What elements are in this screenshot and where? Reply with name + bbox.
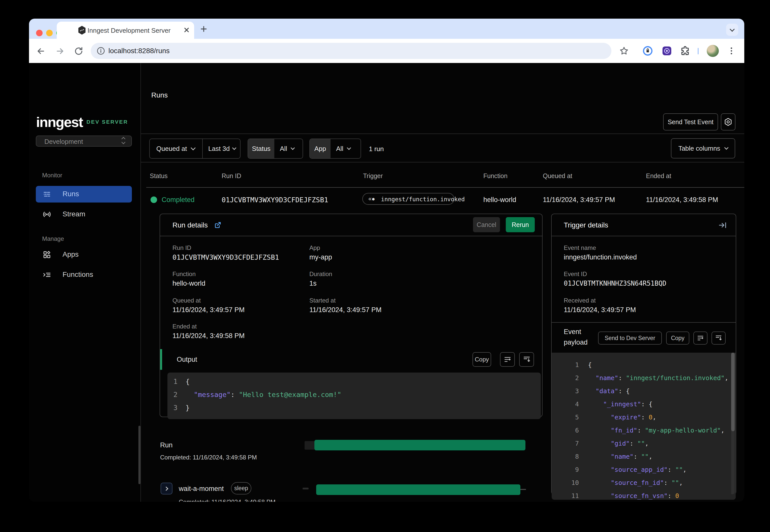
- send-to-dev-server-button[interactable]: Send to Dev Server: [598, 331, 662, 345]
- scroll-to-bottom-button[interactable]: [519, 352, 534, 367]
- back-icon[interactable]: [36, 46, 46, 56]
- step-expand-button[interactable]: [160, 483, 172, 494]
- column-header-status[interactable]: Status: [150, 172, 168, 180]
- settings-button[interactable]: [721, 113, 735, 130]
- bookmark-star-icon[interactable]: [619, 46, 629, 56]
- trigger-pill[interactable]: «● inngest/function.invoked: [362, 193, 454, 205]
- address-bar[interactable]: localhost:8288/runs: [91, 43, 612, 59]
- cancel-button[interactable]: Cancel: [473, 217, 500, 232]
- traffic-close-button[interactable]: [36, 30, 43, 36]
- received-at-value: 11/16/2024, 3:49:57 PM: [564, 306, 636, 314]
- output-code-block[interactable]: 1{2 "message": "Hello test@example.com!"…: [167, 373, 541, 419]
- new-tab-button[interactable]: [200, 25, 208, 33]
- env-badge: DEV SERVER: [86, 119, 128, 125]
- sidebar-section-manage: Manage: [42, 235, 64, 242]
- sidebar-item-label: Runs: [62, 190, 79, 198]
- status-filter-value[interactable]: All: [274, 139, 303, 158]
- event-payload-label: Event payload: [564, 326, 588, 348]
- browser-tabstrip: Inngest Development Server: [29, 19, 744, 39]
- payload-scrollbar-thumb[interactable]: [731, 353, 735, 431]
- reload-icon[interactable]: [74, 46, 83, 56]
- collapse-panel-icon[interactable]: [718, 221, 727, 230]
- scrollbar-thumb[interactable]: [138, 426, 140, 484]
- tab-close-icon[interactable]: [182, 26, 191, 34]
- row-function: hello-world: [483, 196, 516, 204]
- chevron-down-icon: [232, 146, 237, 150]
- send-test-event-button[interactable]: Send Test Event: [663, 113, 718, 130]
- code-line: 1{: [552, 358, 736, 371]
- time-field-filter[interactable]: Queued at: [150, 139, 203, 158]
- sidebar-item-runs[interactable]: Runs: [36, 186, 132, 203]
- browser-menu-kebab-icon[interactable]: [726, 46, 736, 56]
- status-dot: [150, 196, 157, 203]
- code-line: 10 "source_fn_id": "",: [552, 476, 736, 489]
- column-header-run-id[interactable]: Run ID: [222, 172, 241, 180]
- forward-icon[interactable]: [55, 46, 65, 56]
- sidebar-item-label: Apps: [62, 250, 79, 258]
- step-timeline-bar[interactable]: [316, 484, 520, 495]
- trigger-details-card: Trigger details Event name inngest/funct…: [551, 214, 736, 495]
- app-filter-group[interactable]: App All: [309, 139, 361, 159]
- profile-avatar[interactable]: [707, 45, 719, 57]
- time-range-filter[interactable]: Last 3d: [203, 139, 241, 158]
- duration-label: Duration: [309, 271, 332, 278]
- sidebar-item-apps[interactable]: Apps: [36, 246, 132, 263]
- rerun-button[interactable]: Rerun: [506, 217, 535, 232]
- column-header-function[interactable]: Function: [483, 172, 507, 180]
- code-line: 3 "data": {: [552, 384, 736, 397]
- event-invoke-icon: «●: [368, 195, 375, 202]
- code-line: 2 "message": "Hello test@example.com!": [167, 388, 541, 401]
- code-line: 9 "source_app_id": "",: [552, 463, 736, 476]
- status-filter-group[interactable]: Status All: [248, 139, 303, 159]
- received-at-label: Received at: [564, 297, 596, 304]
- output-copy-button[interactable]: Copy: [472, 352, 491, 367]
- sidebar-section-monitor: Monitor: [42, 172, 62, 179]
- sidebar-item-functions[interactable]: Functions: [36, 267, 132, 283]
- extensions-puzzle-icon[interactable]: [680, 45, 691, 56]
- run-details-title: Run details: [172, 221, 208, 229]
- column-header-trigger[interactable]: Trigger: [363, 172, 383, 180]
- step-name: wait-a-moment: [179, 485, 224, 493]
- event-id-value: 01JCVBTMTKNHNHZ3SN64R51BQD: [564, 280, 666, 287]
- payload-scroll-to-bottom-button[interactable]: [712, 331, 726, 345]
- page-title: Runs: [151, 91, 168, 99]
- workspace-select[interactable]: Development: [36, 136, 132, 147]
- purple-extension-icon[interactable]: [661, 45, 673, 56]
- step-post-line: [520, 489, 526, 490]
- run-timeline-bar[interactable]: [314, 440, 525, 450]
- tab-favicon-icon: [77, 25, 87, 35]
- traffic-minimize-button[interactable]: [46, 30, 53, 36]
- step-kind-badge: sleep: [231, 482, 251, 494]
- external-link-icon[interactable]: [214, 221, 222, 229]
- word-wrap-button[interactable]: [500, 352, 515, 367]
- tab-search-chevron-button[interactable]: [726, 24, 738, 36]
- password-extension-icon[interactable]: [642, 45, 653, 56]
- chevron-down-icon: [724, 146, 728, 150]
- word-wrap-icon: [503, 355, 511, 363]
- column-header-ended[interactable]: Ended at: [646, 172, 671, 180]
- app-filter-value[interactable]: All: [331, 139, 362, 158]
- payload-copy-button[interactable]: Copy: [666, 331, 689, 345]
- function-link[interactable]: hello-world: [172, 280, 206, 287]
- run-details-card: Run details Cancel Rerun Run ID 01JCVBTM…: [159, 214, 542, 417]
- queued-at-label: Queued at: [172, 297, 201, 304]
- app-link[interactable]: my-app: [309, 253, 332, 261]
- code-line: 7 "gid": "",: [552, 437, 736, 450]
- table-columns-button[interactable]: Table columns: [671, 138, 735, 158]
- payload-word-wrap-button[interactable]: [693, 331, 708, 345]
- filters-divider: [141, 162, 744, 162]
- row-run-id[interactable]: 01JCVBTMV3WXY9D3CFDEJFZSB1: [222, 196, 328, 204]
- code-line: 5 "expire": 0,: [552, 411, 736, 424]
- site-info-icon[interactable]: [96, 46, 105, 55]
- sidebar-item-stream[interactable]: Stream: [36, 206, 132, 223]
- trigger-card-divider: [552, 322, 736, 323]
- column-header-queued[interactable]: Queued at: [543, 172, 572, 180]
- app-content: inngest DEV SERVER Development Monitor R…: [29, 63, 744, 502]
- trigger-details-header: Trigger details: [552, 214, 736, 236]
- code-line: 4 "_inngest": {: [552, 397, 736, 411]
- event-name-value: inngest/function.invoked: [564, 253, 637, 261]
- chevron-down-icon: [191, 145, 196, 150]
- payload-code-block[interactable]: 1{2 "name": "inngest/function.invoked",3…: [552, 353, 736, 500]
- url-text[interactable]: localhost:8288/runs: [108, 47, 170, 55]
- browser-tab[interactable]: Inngest Development Server: [57, 22, 194, 39]
